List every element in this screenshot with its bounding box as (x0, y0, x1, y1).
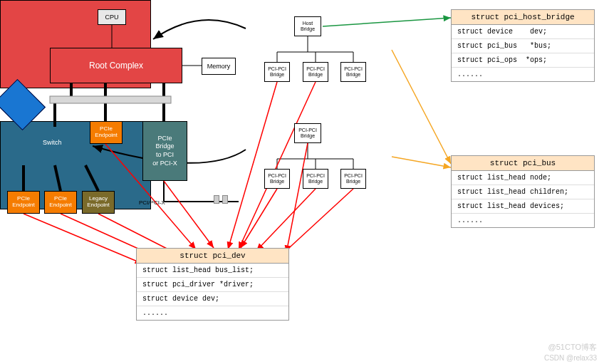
bus0-label: Internal Bus 0 (333, 46, 368, 53)
bus2-bridge-1: PCI-PCIBridge (264, 169, 290, 189)
svg-line-34 (239, 82, 316, 249)
pcie-endpoint-top: PCIeEndpoint (90, 121, 123, 144)
root-complex-box: Root Complex (50, 48, 182, 83)
memory-box: Memory (202, 58, 236, 75)
svg-line-33 (228, 82, 277, 249)
bus2-bridge-2: PCI-PCIBridge (303, 169, 328, 189)
svg-line-36 (392, 50, 451, 164)
cpu-label: CPU (105, 14, 118, 21)
watermark-1: @51CTO博客 (548, 342, 597, 353)
pcie-bridge-label: PCIeBridgeto PCIor PCI-X (152, 135, 177, 168)
svg-line-37 (392, 157, 451, 167)
bus0-bridge-1: PCI-PCIBridge (264, 62, 290, 82)
struct-pci-dev-field: struct list_head bus_list; (137, 264, 288, 278)
svg-rect-18 (50, 96, 171, 103)
svg-line-32 (286, 143, 308, 253)
bus2-top-bridge: PCI-PCIBridge (294, 123, 321, 143)
svg-line-28 (164, 181, 214, 248)
svg-line-31 (281, 189, 353, 255)
slot-stub-2 (222, 195, 228, 204)
struct-host-field: ...... (452, 68, 594, 81)
bus0-bridge-3: PCI-PCIBridge (340, 62, 366, 82)
struct-bus-field: struct list_head node; (452, 171, 594, 185)
bus0-bridge-2: PCI-PCIBridge (303, 62, 328, 82)
slot-stub-1 (214, 195, 219, 204)
svg-line-35 (323, 18, 451, 26)
bus2-label: Internal Bus 2 (333, 153, 368, 160)
svg-line-30 (256, 189, 316, 251)
struct-pci-dev-header: struct pci_dev (137, 249, 288, 264)
legacy-endpoint: LegacyEndpoint (82, 191, 115, 214)
struct-pci-dev-field: ...... (137, 306, 288, 320)
struct-pci-dev-field: struct device dev; (137, 292, 288, 306)
svg-line-24 (24, 214, 142, 264)
struct-bus-field: ...... (452, 214, 594, 227)
struct-bus-field: struct list_head children; (452, 185, 594, 199)
root-complex-label: Root Complex (89, 61, 143, 71)
cpu-box: CPU (98, 9, 126, 25)
watermark-2: CSDN @relax33 (544, 354, 597, 362)
struct-host-field: struct device dev; (452, 25, 594, 39)
pcie-bridge-box: PCIeBridgeto PCIor PCI-X (142, 121, 187, 181)
pcie-endpoint-1: PCIeEndpoint (7, 191, 40, 214)
struct-bus-field: struct list_head devices; (452, 199, 594, 214)
struct-pci-dev: struct pci_dev struct list_head bus_list… (136, 248, 289, 321)
struct-host-field: struct pci_bus *bus; (452, 39, 594, 53)
struct-pci-host-bridge: struct pci_host_bridge struct device dev… (451, 9, 595, 82)
struct-pci-bus: struct pci_bus struct list_head node; st… (451, 155, 595, 228)
svg-line-29 (241, 189, 277, 248)
struct-bus-header: struct pci_bus (452, 156, 594, 171)
struct-host-field: struct pci_ops *ops; (452, 53, 594, 68)
struct-host-header: struct pci_host_bridge (452, 10, 594, 25)
host-bridge-label: HostBridge (301, 21, 315, 31)
memory-label: Memory (207, 63, 231, 70)
pci-pcix-label: PCI/PCI-X (139, 199, 165, 206)
pcie-endpoint-2: PCIeEndpoint (44, 191, 77, 214)
host-bridge-box: HostBridge (294, 16, 321, 36)
bus2-bridge-3: PCI-PCIBridge (340, 169, 366, 189)
struct-pci-dev-field: struct pci_driver *driver; (137, 278, 288, 292)
